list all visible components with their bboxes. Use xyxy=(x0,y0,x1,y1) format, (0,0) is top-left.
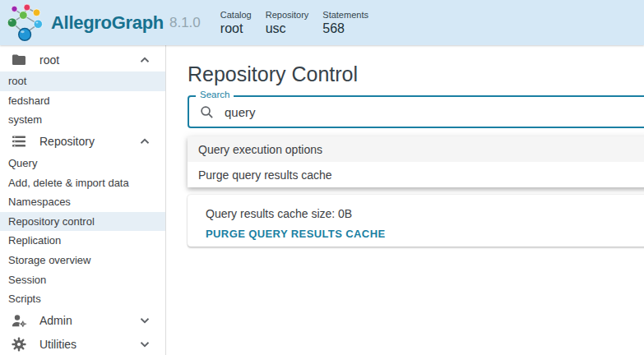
main-content: Repository Control Search Query executio… xyxy=(166,45,644,355)
stat-repository: Repository usc xyxy=(266,10,309,36)
admin-icon xyxy=(11,312,28,329)
stat-value: root xyxy=(220,21,252,36)
chevron-down-icon xyxy=(137,337,152,352)
sidebar-item-scripts[interactable]: Scripts xyxy=(0,289,165,309)
sidebar-item-system[interactable]: system xyxy=(0,110,165,130)
search-results-dropdown: Query execution options Purge query resu… xyxy=(188,136,644,187)
sidebar-item-session[interactable]: Session xyxy=(0,270,165,289)
sidebar-item-replication[interactable]: Replication xyxy=(0,231,165,251)
stat-statements: Statements 568 xyxy=(322,10,368,36)
sidebar-section-label: Admin xyxy=(39,314,137,327)
stat-catalog: Catalog root xyxy=(220,10,252,36)
purge-cache-button[interactable]: PURGE QUERY RESULTS CACHE xyxy=(199,224,392,243)
app-header: AllegroGraph 8.1.0 Catalog root Reposito… xyxy=(0,0,644,45)
page-title: Repository Control xyxy=(188,62,644,86)
stat-label: Catalog xyxy=(220,10,252,20)
sidebar-item-root[interactable]: root xyxy=(0,71,165,91)
storage-icon xyxy=(11,133,28,150)
sidebar-item-fedshard[interactable]: fedshard xyxy=(0,91,165,111)
sidebar-item-query[interactable]: Query xyxy=(0,154,165,173)
result-purge-query-results-cache[interactable]: Purge query results cache xyxy=(188,162,644,187)
chevron-down-icon xyxy=(137,313,152,328)
search-icon xyxy=(199,104,215,120)
brand-name: AllegroGraph xyxy=(51,12,164,34)
stat-label: Repository xyxy=(266,10,309,20)
search-input[interactable] xyxy=(225,105,639,119)
search-box[interactable] xyxy=(188,95,644,128)
sidebar-section-label: root xyxy=(39,53,137,67)
sidebar-section-repository[interactable]: Repository xyxy=(0,130,165,154)
stat-value: usc xyxy=(266,21,309,36)
sidebar-section-label: Utilities xyxy=(39,338,137,351)
cache-size-text: Query results cache size: 0B xyxy=(206,207,641,220)
sidebar-item-repository-control[interactable]: Repository control xyxy=(0,212,165,232)
molecule-logo-icon xyxy=(3,2,48,43)
sidebar-item-namespaces[interactable]: Namespaces xyxy=(0,192,165,212)
query-cache-card: Query results cache size: 0B PURGE QUERY… xyxy=(188,195,644,247)
sidebar-item-storage-overview[interactable]: Storage overview xyxy=(0,251,165,270)
result-query-execution-options[interactable]: Query execution options xyxy=(188,136,644,162)
stat-value: 568 xyxy=(322,21,368,36)
repo-stats: Catalog root Repository usc Statements 5… xyxy=(220,10,368,36)
chevron-up-icon xyxy=(137,53,152,67)
stat-label: Statements xyxy=(322,10,368,20)
folder-icon xyxy=(11,52,28,68)
gear-icon xyxy=(11,336,28,353)
sidebar-section-utilities[interactable]: Utilities xyxy=(0,333,165,355)
sidebar-section-label: Repository xyxy=(39,135,137,148)
search-field: Search xyxy=(188,95,644,128)
app-version: 8.1.0 xyxy=(169,15,201,31)
app-logo[interactable]: AllegroGraph 8.1.0 xyxy=(0,2,201,43)
sidebar-section-admin[interactable]: Admin xyxy=(0,309,165,333)
sidebar: root root fedshard system Repository xyxy=(0,45,166,355)
search-field-label: Search xyxy=(196,90,234,99)
sidebar-item-add-delete-import[interactable]: Add, delete & import data xyxy=(0,173,165,192)
chevron-up-icon xyxy=(137,134,152,149)
sidebar-section-root[interactable]: root xyxy=(0,48,165,71)
